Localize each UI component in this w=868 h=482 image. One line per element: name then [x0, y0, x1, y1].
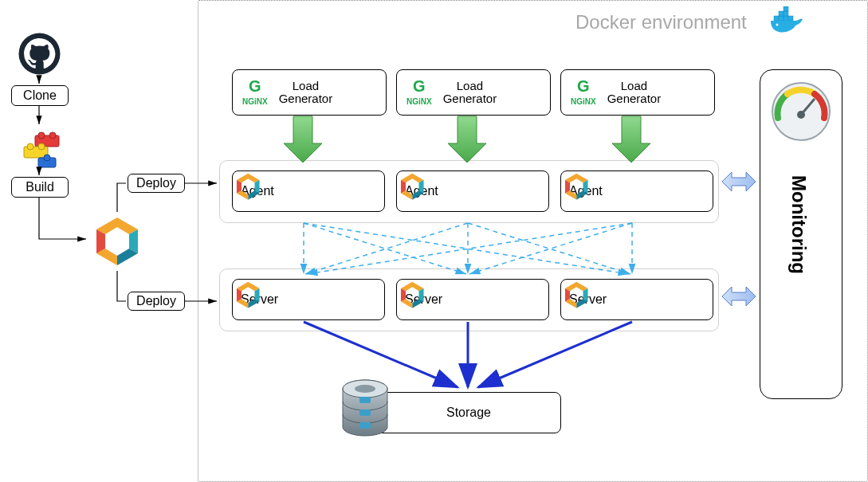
load-generator-2: GNGiNX LoadGenerator	[560, 69, 715, 116]
agent-label-1: Agent	[405, 184, 438, 198]
load-generator-1: GNGiNX LoadGenerator	[396, 69, 551, 116]
svg-point-8	[19, 33, 61, 75]
hexagon-logo-large	[89, 214, 145, 269]
load-gen-label-1: LoadGenerator	[443, 80, 497, 106]
server-label-2: Server	[569, 292, 607, 307]
docker-environment-label: Docker environment	[575, 11, 747, 33]
nginx-logo-0: GNGiNX	[242, 80, 268, 105]
load-gen-label-2: LoadGenerator	[607, 80, 662, 106]
svg-point-13	[27, 143, 33, 150]
deploy-agent-box: Deploy	[128, 174, 185, 193]
server-1: Server	[396, 279, 549, 320]
deploy-server-box: Deploy	[128, 292, 185, 311]
build-box: Build	[11, 177, 69, 198]
agent-label-2: Agent	[569, 184, 603, 198]
clone-box: Clone	[11, 85, 69, 106]
svg-rect-15	[38, 158, 56, 167]
server-label-1: Server	[405, 292, 442, 307]
svg-point-11	[49, 132, 56, 139]
svg-point-16	[44, 155, 50, 161]
svg-rect-9	[35, 135, 59, 147]
nginx-logo-2: GNGiNX	[571, 80, 596, 105]
server-2: Server	[560, 279, 713, 320]
svg-point-14	[38, 143, 45, 150]
svg-point-10	[38, 132, 45, 139]
storage-box: Storage	[376, 392, 561, 433]
server-label-0: Server	[241, 292, 278, 307]
agent-1: Agent	[396, 170, 549, 212]
server-0: Server	[232, 279, 385, 320]
load-generator-0: GNGiNX LoadGenerator	[232, 69, 387, 116]
diagram-stage: Docker environment Clone	[0, 0, 868, 482]
github-icon	[18, 32, 61, 76]
agent-label-0: Agent	[241, 184, 274, 198]
monitoring-label: Monitoring	[787, 175, 810, 274]
agent-2: Agent	[560, 170, 713, 212]
svg-rect-12	[24, 147, 48, 158]
load-gen-label-0: LoadGenerator	[279, 80, 333, 106]
agent-0: Agent	[232, 170, 385, 212]
bricks-icon	[19, 126, 64, 170]
nginx-logo-1: GNGiNX	[407, 80, 432, 105]
